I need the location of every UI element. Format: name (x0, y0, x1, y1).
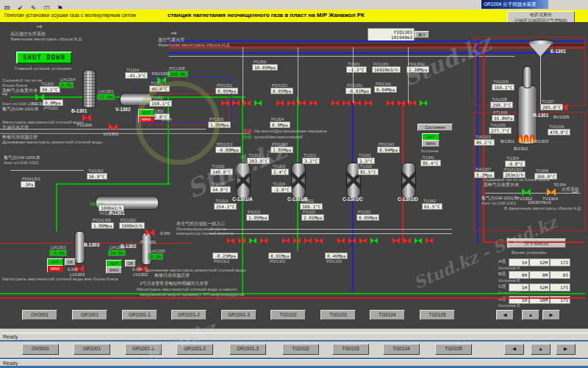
ok-button-b1303[interactable]: OK (65, 258, 76, 266)
man-button-b1302[interactable]: MAN (106, 266, 122, 274)
annotation: 检修污水排放总管 (2, 135, 37, 140)
screen-button-TG0102[interactable]: TG0102 (282, 344, 319, 355)
xv-valve-icon[interactable] (409, 100, 416, 106)
screen-button-GR1001-2[interactable]: GR1001-2 (171, 310, 207, 320)
equipment-label: C-1301/A (232, 197, 253, 202)
instrument-PDI1312: -0.25MpaPDI1312 (212, 252, 238, 263)
xv-valve-icon[interactable] (420, 100, 427, 106)
screen-button-TG0105[interactable]: TG0105 (420, 310, 455, 320)
xv-valve-icon[interactable] (404, 238, 411, 244)
xv-valve-icon[interactable] (387, 100, 394, 106)
xv-valve-icon[interactable] (238, 238, 245, 244)
valve-icon-PV1301[interactable] (146, 229, 154, 236)
valve-icon-TV1304[interactable] (547, 188, 556, 196)
xv-valve-icon[interactable] (392, 238, 400, 244)
nav-up-button[interactable]: ▲ (531, 344, 551, 355)
xv-valve-icon[interactable] (298, 100, 306, 106)
adsorber-column (236, 163, 251, 198)
screen-button-OV0001[interactable]: OV0001 (22, 344, 59, 355)
xv-valve-icon[interactable] (370, 238, 378, 244)
xv-valve-icon[interactable] (331, 100, 339, 106)
nav-left-button[interactable]: ◀ (504, 344, 524, 355)
screen-button-TG0102[interactable]: TG0102 (270, 310, 306, 320)
annotation: Колонна (421, 149, 439, 154)
instrument-TI1311: TI1311203.0°C (247, 153, 270, 164)
instrument-value: 85.4°C (420, 160, 441, 166)
xv-valve-icon[interactable] (354, 100, 361, 106)
instrument-PI1322: PI13222.01Mpa (301, 210, 324, 221)
sieve-time-value: 17S (550, 283, 570, 291)
screen-button-TG0104[interactable]: TG0104 (370, 310, 405, 320)
pipe (10, 170, 84, 171)
instrument-value: 277.7°C (489, 127, 512, 134)
annotation: 0.0% (160, 231, 171, 236)
annotation: Азот из GW-1001 (481, 201, 517, 206)
window-title-bar[interactable]: GR1004 分子筛脱水装置 (481, 0, 548, 9)
annotation: компрессор первой ступени (176, 231, 234, 236)
man-button-v1302[interactable]: MAN (138, 116, 154, 123)
shutdown-button[interactable]: SHUT DOWN (16, 52, 72, 64)
instrument-value: 1.80Mpa (270, 146, 293, 153)
valve-icon-LV1301[interactable] (109, 124, 118, 131)
xv-valve-icon[interactable] (343, 100, 350, 106)
screen-button-GR1001-3[interactable]: GR1001-3 (229, 344, 266, 355)
xv-valve-icon[interactable] (282, 238, 290, 244)
instrument-value: 3.2°C (302, 158, 320, 164)
xv-valve-icon[interactable] (249, 238, 257, 244)
totalizer-button[interactable]: 累计 (415, 31, 429, 38)
equipment-label: B-1301 (71, 108, 87, 113)
screen-button-OV0001[interactable]: OV0001 (22, 310, 57, 320)
instrument-value: 298.3°C (490, 102, 513, 108)
xv-valve-icon[interactable] (398, 100, 405, 106)
sieve-row-ru-label: Колонна D (498, 303, 520, 308)
screen-button-GR1001-3[interactable]: GR1001-3 (221, 310, 257, 320)
xv-valve-icon[interactable] (221, 100, 229, 106)
instrument-value: 9.7% (59, 82, 74, 88)
xv-valve-icon[interactable] (243, 100, 251, 106)
man-button-b1303[interactable]: MAN (47, 265, 63, 272)
screen-button-GR1001[interactable]: GR1001 (72, 310, 107, 320)
xv-valve-icon[interactable] (287, 100, 295, 106)
xv-valve-icon[interactable] (304, 238, 312, 244)
nav-up-button[interactable]: ▲ (522, 310, 539, 320)
xv-valve-icon[interactable] (337, 238, 345, 244)
xv-valve-icon[interactable] (348, 238, 356, 244)
xv-valve-icon[interactable] (359, 238, 367, 244)
xv-valve-icon[interactable] (227, 238, 234, 244)
screen-button-GR1001[interactable]: GR1001 (74, 344, 110, 355)
screen-button-GR1001-1[interactable]: GR1001-1 (125, 344, 162, 355)
xv-valve-icon[interactable] (254, 100, 262, 106)
screen-button-GR1001-2[interactable]: GR1001-2 (176, 344, 213, 355)
xv-valve-icon[interactable] (309, 100, 317, 106)
nav-left-button[interactable]: ◀ (496, 310, 514, 320)
sieve-time-button[interactable]: 分子筛时间 (507, 238, 566, 248)
xv-valve-icon[interactable] (315, 238, 323, 244)
screen-button-TG0104[interactable]: TG0104 (383, 344, 420, 355)
instrument-value: -0.00Mpa (215, 146, 241, 153)
instrument-value: 45.4°C (149, 85, 170, 92)
screen-button-TG0105[interactable]: TG0105 (435, 344, 472, 355)
annotation: BV1305 (553, 115, 569, 120)
window-title: GR1004 分子筛脱水装置 (484, 1, 537, 7)
screen-button-TG0103[interactable]: TG0103 (320, 310, 356, 320)
xv-valve-icon[interactable] (260, 238, 268, 244)
pipe (56, 183, 171, 185)
screen-button-TG0103[interactable]: TG0103 (332, 344, 369, 355)
nav-right-button[interactable]: ▶ (556, 344, 576, 355)
pipe (483, 241, 584, 243)
status-button-column[interactable]: Состояние (417, 124, 453, 131)
annotation: BI1303 (534, 139, 548, 144)
nav-right-button[interactable]: ▶ (542, 310, 560, 320)
xv-valve-icon[interactable] (415, 238, 422, 244)
xv-valve-icon[interactable] (232, 100, 240, 106)
valve-icon-TV1302[interactable] (522, 188, 531, 196)
xv-valve-icon[interactable] (276, 100, 284, 106)
xv-valve-icon[interactable] (365, 100, 372, 106)
xv-valve-icon[interactable] (426, 238, 433, 244)
xv-valve-icon[interactable] (293, 238, 301, 244)
man-button-column[interactable]: MAN (422, 140, 440, 147)
valve-icon-TV1306[interactable] (82, 114, 91, 121)
screen-button-GR1001-1[interactable]: GR1001-1 (122, 310, 157, 320)
instrument-TIA1309: TIA1309169.1°C (492, 79, 514, 91)
ok-button-b1302[interactable]: OK (125, 260, 136, 267)
